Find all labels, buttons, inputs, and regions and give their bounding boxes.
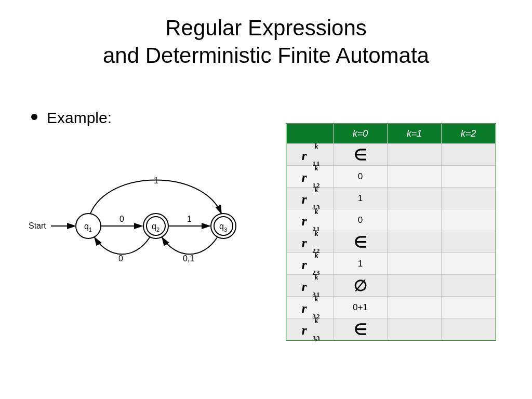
cell-k1 bbox=[388, 231, 442, 253]
bullet-text: Example: bbox=[47, 109, 112, 127]
cell-k1 bbox=[388, 166, 442, 188]
cell-k1 bbox=[388, 275, 442, 297]
title-line-2: and Deterministic Finite Automata bbox=[103, 43, 429, 68]
row-label: rk3,3 bbox=[287, 318, 334, 340]
table-header-row: k=0 k=1 k=2 bbox=[287, 124, 496, 144]
epsilon-icon bbox=[354, 146, 367, 163]
edge-q1-q2-label: 0 bbox=[119, 215, 124, 223]
cell-k1 bbox=[388, 253, 442, 275]
table-row: rk3,20+1 bbox=[287, 297, 496, 318]
row-label: rk1,2 bbox=[287, 166, 334, 188]
col-k0: k=0 bbox=[334, 124, 388, 144]
cell-k2 bbox=[442, 297, 496, 318]
col-k2: k=2 bbox=[442, 124, 496, 144]
cell-k0 bbox=[334, 275, 388, 297]
cell-k0 bbox=[334, 144, 388, 166]
cell-k0 bbox=[334, 231, 388, 253]
cell-k0: 1 bbox=[334, 188, 388, 209]
cell-k1 bbox=[388, 297, 442, 318]
bullet-item: Example: bbox=[31, 109, 112, 127]
edge-q2-q1-label: 0 bbox=[118, 254, 123, 263]
col-k1: k=1 bbox=[388, 124, 442, 144]
row-label: rk2,2 bbox=[287, 231, 334, 253]
cell-k1 bbox=[388, 144, 442, 166]
row-label: rk3,2 bbox=[287, 297, 334, 318]
edge-q1-q3 bbox=[90, 180, 221, 214]
dfa-diagram: Start q1 q2 q3 0 1 1 0 0,1 bbox=[26, 174, 255, 278]
slide-title: Regular Expressions and Deterministic Fi… bbox=[0, 0, 532, 69]
cell-k2 bbox=[442, 318, 496, 340]
cell-k1 bbox=[388, 209, 442, 231]
cell-k0: 0+1 bbox=[334, 297, 388, 318]
epsilon-icon bbox=[354, 233, 367, 250]
r-table: k=0 k=1 k=2 rk1,1rk1,20rk1,31rk2,10rk2,2… bbox=[286, 123, 496, 341]
edge-q2-q1 bbox=[95, 237, 150, 254]
table-row: rk2,2 bbox=[287, 231, 496, 253]
edge-q1-q3-label: 1 bbox=[154, 176, 158, 185]
cell-k2 bbox=[442, 144, 496, 166]
cell-k2 bbox=[442, 209, 496, 231]
cell-k0: 1 bbox=[334, 253, 388, 275]
row-label: rk1,1 bbox=[287, 144, 334, 166]
cell-k1 bbox=[388, 318, 442, 340]
bullet-icon bbox=[31, 114, 37, 120]
table-row: rk2,10 bbox=[287, 209, 496, 231]
row-label: rk3,1 bbox=[287, 275, 334, 297]
edge-q2-q3-label: 1 bbox=[187, 215, 192, 223]
edge-q3-q2-label: 0,1 bbox=[183, 254, 194, 263]
edge-q3-q2 bbox=[162, 237, 217, 254]
table-row: rk1,31 bbox=[287, 188, 496, 209]
table-header-blank bbox=[287, 124, 334, 144]
table-row: rk1,20 bbox=[287, 166, 496, 188]
title-line-1: Regular Expressions bbox=[165, 16, 367, 40]
cell-k2 bbox=[442, 275, 496, 297]
row-label: rk1,3 bbox=[287, 188, 334, 209]
cell-k2 bbox=[442, 253, 496, 275]
cell-k0: 0 bbox=[334, 166, 388, 188]
cell-k1 bbox=[388, 188, 442, 209]
epsilon-icon bbox=[354, 321, 367, 338]
row-label: rk2,1 bbox=[287, 209, 334, 231]
table-row: rk3,1 bbox=[287, 275, 496, 297]
cell-k2 bbox=[442, 188, 496, 209]
cell-k0: 0 bbox=[334, 209, 388, 231]
cell-k2 bbox=[442, 166, 496, 188]
table-row: rk2,31 bbox=[287, 253, 496, 275]
emptyset-icon bbox=[354, 277, 367, 294]
start-label: Start bbox=[29, 221, 46, 230]
table-row: rk1,1 bbox=[287, 144, 496, 166]
cell-k0 bbox=[334, 318, 388, 340]
cell-k2 bbox=[442, 231, 496, 253]
row-label: rk2,3 bbox=[287, 253, 334, 275]
table-row: rk3,3 bbox=[287, 318, 496, 340]
